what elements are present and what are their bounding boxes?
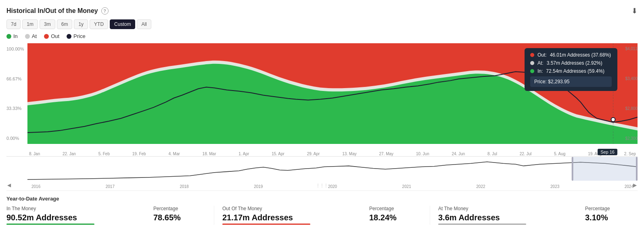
legend-in-label: In xyxy=(13,33,18,39)
stat-in-underline xyxy=(6,224,94,225)
tooltip-out-value: 46.01m Addresses (37.68%) xyxy=(550,52,611,58)
price-axis: $4,011 $3,400 $2,800 $2,300 xyxy=(618,43,638,144)
tooltip-price-box: Price: $2,293.95 xyxy=(530,76,612,87)
y-label-100: 100.00% xyxy=(6,46,27,51)
stat-out-the-money: Out Of The Money 21.17m Addresses xyxy=(222,206,369,225)
stat-out-pct-label: Percentage xyxy=(369,206,422,211)
tooltip-in-row: In: 72.54m Addresses (59.4%) xyxy=(530,68,612,74)
filter-3m[interactable]: 3m xyxy=(40,19,55,29)
overview-svg xyxy=(27,157,638,181)
tooltip-in-dot xyxy=(530,69,534,73)
stat-at-value: 3.6m Addresses xyxy=(438,213,585,222)
main-chart[interactable]: 100.00% 66.67% 33.33% 0.00% xyxy=(6,43,638,156)
chart-legend: In At Out Price xyxy=(6,33,638,39)
filter-1y[interactable]: 1y xyxy=(74,19,88,29)
x-label-6: 1. Apr xyxy=(238,152,249,156)
stat-in-pct: Percentage 78.65% xyxy=(153,206,206,225)
tooltip-out-row: Out: 46.01m Addresses (37.68%) xyxy=(530,52,612,58)
tooltip-out-label: Out: xyxy=(537,52,547,58)
filter-all[interactable]: All xyxy=(137,19,151,29)
svg-point-1 xyxy=(611,118,615,122)
mini-chart-svg xyxy=(27,157,638,181)
mini-chart[interactable]: 2016 2017 2018 2019 2020 2021 2022 2023 … xyxy=(6,156,638,189)
tooltip-out-dot xyxy=(530,53,534,57)
filter-6m[interactable]: 6m xyxy=(57,19,73,29)
x-axis-labels: 8. Jan 22. Jan 5. Feb 19. Feb 4. Mar 18.… xyxy=(27,152,638,156)
x-label-14: 22. Jul xyxy=(520,152,531,156)
stat-in-value: 90.52m Addresses xyxy=(6,213,153,222)
x-label-17: 2. Sep xyxy=(624,152,636,156)
x-label-4: 4. Mar xyxy=(168,152,180,156)
price-label-2300: $2,300 xyxy=(618,136,638,141)
filter-1m[interactable]: 1m xyxy=(22,19,38,29)
tooltip-price-value: $2,293.95 xyxy=(548,79,569,84)
legend-out: Out xyxy=(44,33,59,39)
x-axis: 8. Jan 22. Jan 5. Feb 19. Feb 4. Mar 18.… xyxy=(27,145,638,156)
filter-7d[interactable]: 7d xyxy=(6,19,21,29)
y-label-33: 33.33% xyxy=(6,106,27,111)
divider-1 xyxy=(214,206,214,225)
x-label-11: 10. Jun xyxy=(416,152,429,156)
legend-price: Price xyxy=(67,33,86,39)
price-label-2800: $2,800 xyxy=(618,106,638,111)
x-label-12: 24. Jun xyxy=(452,152,465,156)
stat-in-pct-label: Percentage xyxy=(153,206,206,211)
stat-at-pct-label: Percentage xyxy=(585,206,638,211)
tooltip-at-dot xyxy=(530,61,534,65)
download-icon[interactable]: ⬇ xyxy=(631,6,638,15)
stat-in-label: In The Money xyxy=(6,206,153,211)
stats-title: Year-to-Date Average xyxy=(6,196,638,202)
filter-ytd[interactable]: YTD xyxy=(90,19,108,29)
stat-out-underline xyxy=(222,224,310,225)
price-label-4011: $4,011 xyxy=(618,46,638,51)
stat-at-pct-value: 3.10% xyxy=(585,213,638,222)
stat-in-the-money: In The Money 90.52m Addresses xyxy=(6,206,153,225)
title-text: Historical In/Out of the Money xyxy=(6,7,98,15)
x-label-1: 22. Jan xyxy=(63,152,76,156)
filter-custom[interactable]: Custom xyxy=(110,19,135,29)
stat-at-underline xyxy=(438,224,526,225)
svg-rect-5 xyxy=(636,157,638,181)
date-badge: Sep 16 xyxy=(598,149,617,155)
stat-out-label: Out Of The Money xyxy=(222,206,369,211)
scroll-right-icon[interactable]: ▶ xyxy=(633,182,637,188)
legend-at-dot xyxy=(25,34,30,39)
stat-out-value: 21.17m Addresses xyxy=(222,213,369,222)
y-label-0: 0.00% xyxy=(6,136,27,141)
y-axis: 100.00% 66.67% 33.33% 0.00% xyxy=(6,43,27,144)
scroll-left-icon[interactable]: ◀ xyxy=(7,182,11,188)
tooltip-at-row: At: 3.57m Addresses (2.92%) xyxy=(530,60,612,66)
y-label-67: 66.67% xyxy=(6,76,27,81)
legend-at-label: At xyxy=(32,33,37,39)
tooltip-price-label: Price: xyxy=(534,79,547,84)
legend-in: In xyxy=(6,33,18,39)
legend-out-label: Out xyxy=(51,33,59,39)
x-label-15: 5. Aug xyxy=(554,152,565,156)
legend-price-dot xyxy=(67,34,71,39)
x-label-9: 13. May xyxy=(342,152,357,156)
svg-rect-4 xyxy=(572,157,573,181)
chart-container: 100.00% 66.67% 33.33% 0.00% xyxy=(6,43,638,189)
x-label-5: 18. Mar xyxy=(203,152,216,156)
svg-rect-2 xyxy=(27,157,638,181)
tooltip-in-label: In: xyxy=(537,68,543,74)
x-label-13: 8. Jul xyxy=(487,152,497,156)
divider-2 xyxy=(430,206,430,225)
x-label-2: 5. Feb xyxy=(98,152,110,156)
svg-rect-3 xyxy=(573,157,638,181)
time-filter-bar: 7d 1m 3m 6m 1y YTD Custom All xyxy=(6,19,638,29)
header: Historical In/Out of the Money ? ⬇ xyxy=(6,4,638,19)
legend-price-label: Price xyxy=(73,33,86,39)
chart-tooltip: Out: 46.01m Addresses (37.68%) At: 3.57m… xyxy=(525,48,617,91)
stat-at-the-money: At The Money 3.6m Addresses xyxy=(438,206,585,225)
x-label-3: 19. Feb xyxy=(132,152,146,156)
price-label-3400: $3,400 xyxy=(618,76,638,81)
tooltip-in-value: 72.54m Addresses (59.4%) xyxy=(546,68,604,74)
scroll-handle-indicator: ⋮⋮⋮ xyxy=(316,183,328,188)
page-title: Historical In/Out of the Money ? xyxy=(6,7,109,15)
x-label-7: 15. Apr xyxy=(272,152,284,156)
help-icon[interactable]: ? xyxy=(101,7,109,15)
stat-at-pct: Percentage 3.10% xyxy=(585,206,638,225)
page: Historical In/Out of the Money ? ⬇ 7d 1m… xyxy=(0,0,644,247)
stat-at-label: At The Money xyxy=(438,206,585,211)
